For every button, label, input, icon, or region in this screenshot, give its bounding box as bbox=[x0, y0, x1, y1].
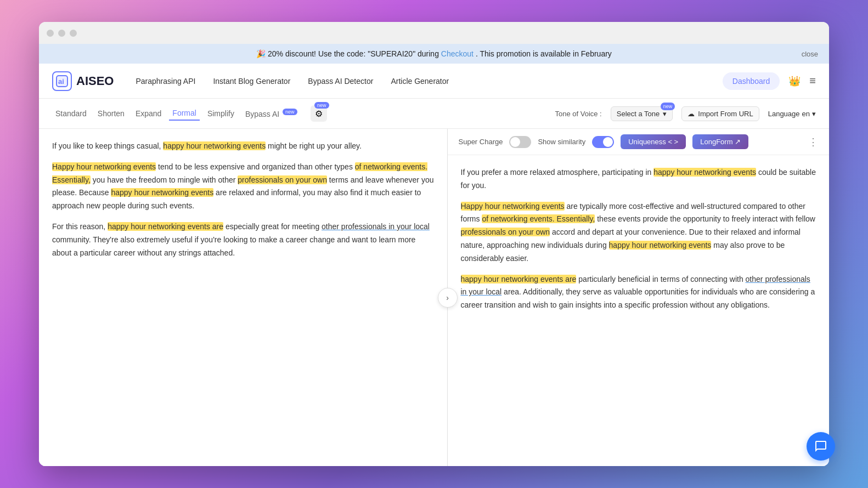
left-highlight-4: professionals on your own bbox=[238, 175, 327, 184]
nav-link-paraphrasing[interactable]: Paraphrasing API bbox=[136, 77, 195, 86]
titlebar-dot-green bbox=[70, 30, 77, 37]
banner-text2: . This promotion is available in Februar… bbox=[476, 49, 612, 58]
longform-button[interactable]: LongForm ↗ bbox=[692, 134, 748, 149]
left-highlight-5: happy hour networking events bbox=[111, 188, 213, 197]
tab-bypass-ai[interactable]: Bypass AI new bbox=[242, 107, 301, 121]
nav-links: Paraphrasing API Instant Blog Generator … bbox=[136, 77, 722, 86]
cloud-upload-icon: ☁ bbox=[687, 110, 695, 118]
right-paragraph-1: If you prefer a more relaxed atmosphere,… bbox=[461, 166, 816, 192]
super-charge-toggle[interactable] bbox=[509, 136, 531, 148]
main-content: Standard Shorten Expand Formal Simplify … bbox=[39, 99, 829, 466]
banner-text: 20% discount! Use the code: "SUPERAI20" … bbox=[268, 49, 441, 58]
left-paragraph-2: Happy hour networking events tend to be … bbox=[52, 161, 434, 213]
similarity-toggle-knob bbox=[603, 137, 613, 147]
logo-text: AISEO bbox=[76, 74, 114, 88]
paraphrase-tabs: Standard Shorten Expand Formal Simplify … bbox=[52, 105, 327, 122]
right-highlight-5: happy hour networking events bbox=[609, 241, 712, 249]
chat-button[interactable] bbox=[807, 432, 835, 461]
bypass-new-badge: new bbox=[283, 109, 297, 115]
titlebar-dot-red bbox=[47, 30, 54, 37]
titlebar bbox=[39, 22, 829, 44]
tab-shorten[interactable]: Shorten bbox=[94, 107, 128, 120]
right-highlight-4: professionals on your own bbox=[461, 228, 550, 236]
left-paragraph-3: For this reason, happy hour networking e… bbox=[52, 220, 434, 259]
left-paragraph-1: If you like to keep things casual, happy… bbox=[52, 140, 434, 153]
tone-dropdown[interactable]: Select a Tone ▾ new bbox=[611, 106, 673, 121]
nav-right: Dashboard 👑 ≡ bbox=[723, 72, 816, 90]
panel-arrow-button[interactable]: › bbox=[438, 288, 458, 308]
nav-link-bypass[interactable]: Bypass AI Detector bbox=[308, 77, 373, 86]
output-content: If you prefer a more relaxed atmosphere,… bbox=[448, 155, 830, 466]
svg-text:ai: ai bbox=[58, 77, 64, 86]
checkout-link[interactable]: Checkout bbox=[441, 49, 474, 58]
hamburger-menu-icon[interactable]: ≡ bbox=[809, 75, 816, 87]
tone-new-badge: new bbox=[661, 103, 675, 110]
navbar: ai AISEO Paraphrasing API Instant Blog G… bbox=[39, 64, 829, 99]
language-selector[interactable]: Language en ▾ bbox=[768, 110, 816, 118]
nav-link-article[interactable]: Article Generator bbox=[391, 77, 449, 86]
output-toolbar: Super Charge Show similarity Uniqueness … bbox=[448, 129, 830, 155]
logo-icon: ai bbox=[52, 71, 72, 91]
right-paragraph-3: happy hour networking events are particu… bbox=[461, 273, 816, 312]
settings-new-badge: new bbox=[314, 102, 329, 109]
tab-formal[interactable]: Formal bbox=[169, 106, 200, 121]
editor-toolbar: Standard Shorten Expand Formal Simplify … bbox=[39, 99, 829, 129]
import-from-url-button[interactable]: ☁ Import From URL bbox=[681, 106, 759, 121]
tab-simplify[interactable]: Simplify bbox=[204, 107, 238, 120]
crown-icon: 👑 bbox=[788, 75, 801, 87]
banner-close-button[interactable]: close bbox=[802, 50, 818, 58]
input-panel[interactable]: If you like to keep things casual, happy… bbox=[39, 129, 448, 466]
logo: ai AISEO bbox=[52, 71, 114, 91]
left-highlight-1: happy hour networking events bbox=[163, 141, 266, 150]
settings-icon[interactable]: ⚙ new bbox=[311, 105, 327, 122]
left-highlight-7: other professionals in your local bbox=[322, 222, 430, 231]
tone-voice-label: Tone of Voice : bbox=[555, 110, 601, 118]
titlebar-dot-yellow bbox=[58, 30, 65, 37]
uniqueness-button[interactable]: Uniqueness < > bbox=[621, 134, 686, 149]
right-highlight-1: happy hour networking events bbox=[653, 168, 756, 177]
left-highlight-6: happy hour networking events are bbox=[108, 222, 223, 231]
right-highlight-3: of networking events. Essentially, bbox=[482, 214, 595, 223]
right-highlight-2: Happy hour networking events bbox=[461, 202, 565, 211]
show-similarity-label: Show similarity bbox=[538, 138, 585, 146]
promo-banner: 🎉 20% discount! Use the code: "SUPERAI20… bbox=[39, 44, 829, 64]
toolbar-right: Tone of Voice : Select a Tone ▾ new ☁ Im… bbox=[555, 106, 816, 121]
left-highlight-2: Happy hour networking events bbox=[52, 162, 156, 171]
super-charge-label: Super Charge bbox=[459, 138, 503, 146]
more-options-icon[interactable]: ⋮ bbox=[808, 136, 818, 148]
banner-emoji: 🎉 bbox=[256, 49, 266, 58]
show-similarity-toggle[interactable] bbox=[592, 136, 614, 148]
toggle-knob bbox=[510, 137, 520, 147]
right-paragraph-2: Happy hour networking events are typical… bbox=[461, 200, 816, 265]
nav-link-blog[interactable]: Instant Blog Generator bbox=[213, 77, 290, 86]
right-highlight-6: happy hour networking events are bbox=[461, 275, 577, 283]
dashboard-button[interactable]: Dashboard bbox=[723, 72, 780, 90]
panels-container: If you like to keep things casual, happy… bbox=[39, 129, 829, 466]
tab-standard[interactable]: Standard bbox=[52, 107, 90, 120]
tab-expand[interactable]: Expand bbox=[132, 107, 165, 120]
output-panel: Super Charge Show similarity Uniqueness … bbox=[448, 129, 830, 466]
